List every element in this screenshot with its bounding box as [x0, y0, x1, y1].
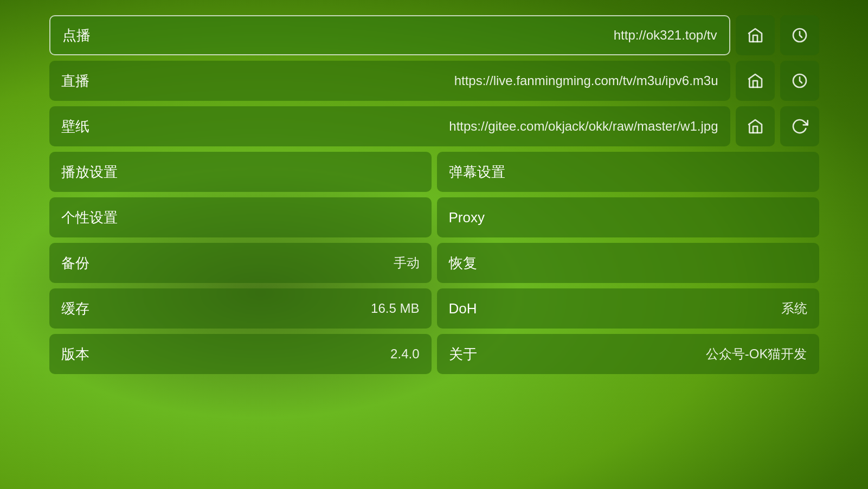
- settings-row-2: 个性设置 Proxy: [49, 197, 819, 237]
- bizhi-row: 壁纸 https://gitee.com/okjack/okk/raw/mast…: [49, 106, 819, 146]
- cache-value: 16.5 MB: [371, 301, 419, 316]
- bizhi-label: 壁纸: [61, 117, 89, 136]
- cache-cell[interactable]: 缓存 16.5 MB: [49, 288, 432, 329]
- dianbo-row: 点播 http://ok321.top/tv: [49, 15, 819, 55]
- about-cell[interactable]: 关于 公众号-OK猫开发: [437, 334, 819, 374]
- settings-container: 点播 http://ok321.top/tv 直播 https://live.f…: [49, 15, 819, 374]
- dianbo-cell[interactable]: 点播 http://ok321.top/tv: [49, 15, 730, 55]
- version-row: 版本 2.4.0 关于 公众号-OK猫开发: [49, 334, 819, 374]
- restore-label: 恢复: [449, 254, 477, 273]
- version-cell[interactable]: 版本 2.4.0: [49, 334, 432, 374]
- zhibo-value: https://live.fanmingming.com/tv/m3u/ipv6…: [454, 73, 718, 88]
- bizhi-value: https://gitee.com/okjack/okk/raw/master/…: [449, 119, 718, 134]
- backup-row: 备份 手动 恢复: [49, 243, 819, 283]
- backup-cell[interactable]: 备份 手动: [49, 243, 432, 283]
- cache-row: 缓存 16.5 MB DoH 系统: [49, 288, 819, 329]
- personal-settings-label: 个性设置: [61, 208, 118, 227]
- zhibo-cell[interactable]: 直播 https://live.fanmingming.com/tv/m3u/i…: [49, 61, 730, 101]
- home-icon-3: [747, 118, 764, 135]
- doh-value: 系统: [781, 300, 807, 317]
- danmu-settings-cell[interactable]: 弹幕设置: [437, 152, 819, 192]
- about-value: 公众号-OK猫开发: [706, 345, 807, 363]
- version-label: 版本: [61, 345, 89, 364]
- play-settings-label: 播放设置: [61, 163, 118, 182]
- bizhi-home-button[interactable]: [736, 106, 775, 146]
- settings-row-1: 播放设置 弹幕设置: [49, 152, 819, 192]
- backup-value: 手动: [394, 254, 420, 272]
- home-icon-2: [747, 72, 764, 89]
- danmu-settings-label: 弹幕设置: [449, 163, 505, 182]
- proxy-cell[interactable]: Proxy: [437, 197, 819, 237]
- version-value: 2.4.0: [390, 346, 419, 362]
- proxy-label: Proxy: [449, 209, 485, 226]
- backup-label: 备份: [61, 254, 89, 273]
- history-icon-2: [791, 72, 808, 89]
- doh-cell[interactable]: DoH 系统: [437, 288, 819, 329]
- home-icon: [747, 27, 764, 44]
- restore-cell[interactable]: 恢复: [437, 243, 819, 283]
- zhibo-label: 直播: [61, 72, 89, 91]
- dianbo-home-button[interactable]: [736, 15, 775, 55]
- zhibo-row: 直播 https://live.fanmingming.com/tv/m3u/i…: [49, 61, 819, 101]
- history-icon: [791, 27, 808, 44]
- doh-label: DoH: [449, 300, 477, 317]
- bizhi-cell[interactable]: 壁纸 https://gitee.com/okjack/okk/raw/mast…: [49, 106, 730, 146]
- cache-label: 缓存: [61, 299, 89, 318]
- play-settings-cell[interactable]: 播放设置: [49, 152, 432, 192]
- personal-settings-cell[interactable]: 个性设置: [49, 197, 432, 237]
- dianbo-value: http://ok321.top/tv: [614, 28, 717, 43]
- about-label: 关于: [449, 345, 477, 364]
- bizhi-refresh-button[interactable]: [780, 106, 819, 146]
- zhibo-history-button[interactable]: [780, 61, 819, 101]
- dianbo-history-button[interactable]: [780, 15, 819, 55]
- refresh-icon: [791, 118, 808, 135]
- zhibo-home-button[interactable]: [736, 61, 775, 101]
- dianbo-label: 点播: [62, 26, 91, 45]
